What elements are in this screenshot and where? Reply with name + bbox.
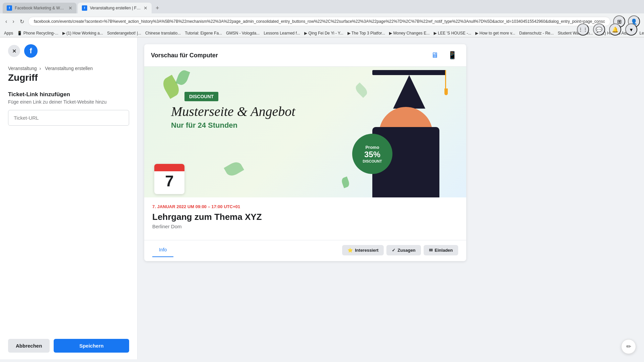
mobile-view-button[interactable]: 📱 bbox=[445, 50, 460, 61]
bookmark-6[interactable]: GMSN - Vologda... bbox=[226, 31, 260, 36]
bookmark-5[interactable]: Tutorial: Eigene Fa... bbox=[185, 31, 222, 36]
bookmark-7[interactable]: Lessons Learned f... bbox=[264, 31, 300, 36]
logos-row: ✕ f bbox=[8, 44, 129, 58]
bookmark-12[interactable]: ▶ How to get more v... bbox=[475, 31, 515, 36]
address-bar[interactable] bbox=[28, 17, 610, 26]
browser-chrome: f Facebook Marketing & Werbe... ✕ f Vera… bbox=[0, 0, 644, 38]
left-panel: ✕ f Veranstaltung › Veranstaltung erstel… bbox=[0, 38, 138, 359]
event-info: 7. JANUAR 2022 UM 09:00 – 17:00 UTC+01 L… bbox=[144, 197, 466, 240]
facebook-logo: f bbox=[24, 44, 38, 58]
invite-button[interactable]: ✉ Einladen bbox=[424, 245, 458, 255]
bookmark-11[interactable]: ▶ LEE 'S HOUSE -... bbox=[434, 31, 471, 36]
interested-label: Interessiert bbox=[355, 248, 378, 253]
tab-favicon-2: f bbox=[82, 5, 87, 11]
sub-headline: Nur für 24 Stunden bbox=[171, 121, 295, 130]
save-button[interactable]: Speichern bbox=[54, 339, 129, 353]
preview-device-buttons: 🖥 📱 bbox=[428, 50, 460, 61]
bottom-actions: Abbrechen Speichern bbox=[8, 339, 129, 353]
breadcrumb-link-erstellen: Veranstaltung erstellen bbox=[45, 66, 93, 71]
hat-tassel-end bbox=[444, 88, 448, 95]
event-date: 7. JANUAR 2022 UM 09:00 – 17:00 UTC+01 bbox=[152, 204, 458, 209]
bookmark-13[interactable]: Datenschutz - Re... bbox=[519, 31, 554, 36]
preview-header: Vorschau für Computer 🖥 📱 bbox=[144, 44, 466, 67]
invite-icon: ✉ bbox=[429, 248, 433, 253]
calendar-day: 7 bbox=[154, 171, 184, 191]
bookmark-1[interactable]: 📱 Phone Recycling-... bbox=[17, 31, 58, 36]
section-desc: Füge einen Link zu deiner Ticket-Website… bbox=[8, 99, 129, 105]
bookmark-3[interactable]: Sonderangebot! |... bbox=[107, 31, 141, 36]
right-panel: ⋮⋮ 💬 🔔 ▾ Vorschau für Computer 🖥 📱 bbox=[138, 38, 644, 359]
page-title: Zugriff bbox=[8, 72, 129, 83]
leaf-4 bbox=[224, 160, 244, 178]
main-headline: Musterseite & Angebot Nur für 24 Stunden bbox=[171, 104, 295, 130]
bookmark-4[interactable]: Chinese translatio... bbox=[145, 31, 181, 36]
graduation-figure bbox=[349, 67, 466, 197]
breadcrumb: Veranstaltung › Veranstaltung erstellen bbox=[8, 66, 129, 71]
address-bar-row: ‹ › ↻ ⊞ 👤 bbox=[0, 13, 644, 29]
forward-button[interactable]: › bbox=[11, 17, 15, 26]
bookmark-9[interactable]: ▶ The Top 3 Platfor... bbox=[347, 31, 385, 36]
event-name: Lehrgang zum Thema XYZ bbox=[152, 212, 458, 222]
attend-label: Zusagen bbox=[397, 248, 415, 253]
hat-brim bbox=[372, 70, 446, 75]
promo-badge: Promo 35% DISCOUNT bbox=[352, 134, 392, 174]
preview-container: Vorschau für Computer 🖥 📱 bbox=[144, 44, 466, 261]
interested-icon: ⭐ bbox=[347, 248, 353, 253]
breadcrumb-link-veranstaltung[interactable]: Veranstaltung bbox=[8, 66, 37, 71]
hat-tassel bbox=[445, 70, 446, 90]
event-action-buttons: ⭐ Interessiert ✓ Zusagen ✉ Einladen bbox=[342, 245, 458, 255]
event-actions-row: Info ⭐ Interessiert ✓ Zusagen ✉ Einladen bbox=[144, 240, 466, 261]
discount-badge: DISCOUNT bbox=[184, 92, 218, 101]
event-banner: DISCOUNT Musterseite & Angebot Nur für 2… bbox=[144, 67, 466, 197]
promo-disc: DISCOUNT bbox=[363, 159, 382, 163]
preview-title: Vorschau für Computer bbox=[151, 52, 218, 59]
bookmark-10[interactable]: ▶ Money Changes E... bbox=[389, 31, 430, 36]
hat-body bbox=[389, 75, 429, 109]
ticket-url-input[interactable] bbox=[8, 110, 129, 126]
interested-button[interactable]: ⭐ Interessiert bbox=[342, 245, 384, 255]
bookmark-apps[interactable]: Apps bbox=[4, 31, 13, 36]
invite-label: Einladen bbox=[435, 248, 453, 253]
bookmark-8[interactable]: ▶ Qing Fei De Yi - Y... bbox=[304, 31, 343, 36]
new-tab-button[interactable]: + bbox=[153, 3, 162, 13]
cancel-button[interactable]: Abbrechen bbox=[8, 339, 50, 353]
url-input[interactable] bbox=[34, 19, 605, 24]
leaf-2 bbox=[175, 69, 190, 86]
calendar-icon: 7 bbox=[154, 164, 184, 194]
desktop-view-button[interactable]: 🖥 bbox=[428, 50, 441, 61]
attend-icon: ✓ bbox=[392, 248, 395, 253]
event-location: Berliner Dom bbox=[152, 224, 458, 229]
attend-button[interactable]: ✓ Zusagen bbox=[386, 245, 421, 255]
bookmarks-bar: Apps 📱 Phone Recycling-... ▶ (1) How Wor… bbox=[0, 29, 644, 37]
tab-label-1: Facebook Marketing & Werbe... bbox=[15, 6, 66, 10]
tab-2[interactable]: f Veranstaltung erstellen | Face... ✕ bbox=[78, 3, 152, 13]
bookmark-2[interactable]: ▶ (1) How Working a... bbox=[62, 31, 103, 36]
discount-label: DISCOUNT bbox=[184, 92, 218, 101]
tab-info[interactable]: Info bbox=[152, 243, 173, 257]
calendar-top bbox=[154, 164, 184, 171]
promo-pct: 35% bbox=[364, 150, 380, 159]
main-headline-text: Musterseite & Angebot bbox=[171, 104, 295, 120]
bookmark-16[interactable]: Leselife bbox=[640, 31, 644, 36]
tab-close-2[interactable]: ✕ bbox=[144, 5, 148, 11]
tab-bar: f Facebook Marketing & Werbe... ✕ f Vera… bbox=[0, 0, 644, 13]
edit-fab[interactable]: ✏ bbox=[621, 339, 636, 354]
tab-close-1[interactable]: ✕ bbox=[68, 5, 72, 11]
section-title: Ticket-Link hinzufügen bbox=[8, 91, 129, 98]
reload-button[interactable]: ↻ bbox=[18, 17, 25, 26]
tab-favicon-1: f bbox=[7, 5, 12, 11]
close-button[interactable]: ✕ bbox=[8, 45, 20, 57]
back-button[interactable]: ‹ bbox=[4, 17, 8, 26]
main-content: ✕ f Veranstaltung › Veranstaltung erstel… bbox=[0, 38, 644, 359]
breadcrumb-sep: › bbox=[40, 66, 41, 71]
promo-label: Promo bbox=[365, 145, 379, 150]
tab-label-2: Veranstaltung erstellen | Face... bbox=[90, 6, 141, 10]
tab-1[interactable]: f Facebook Marketing & Werbe... ✕ bbox=[3, 3, 76, 13]
